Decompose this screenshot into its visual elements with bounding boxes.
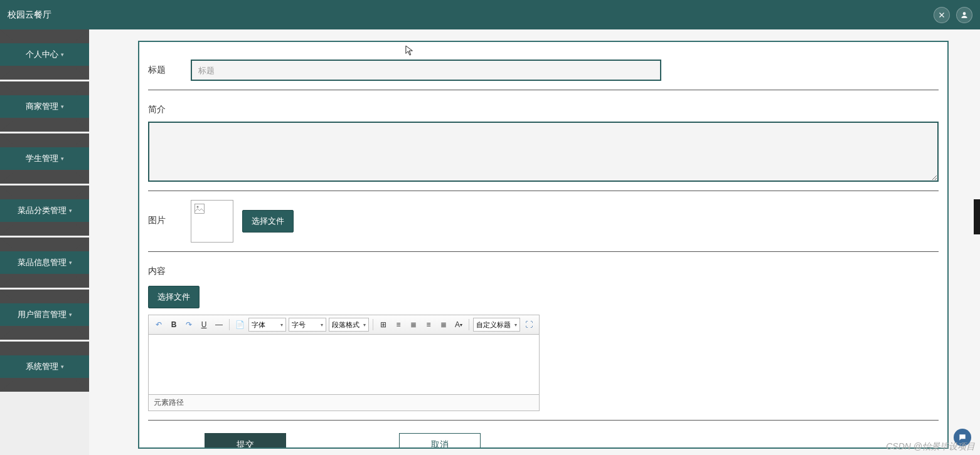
sidebar-item-dish-info[interactable]: 菜品信息管理▾ [0, 238, 89, 288]
rich-editor: ↶ B ↷ U — 📄 字体▾ 字号▾ 段落格式▾ ⊞ ≡ ≣ ≡ ≣ A▾ 自… [148, 315, 540, 411]
watermark-text: CSDN @怡景毕设项目 [886, 441, 975, 452]
row-image: 图片 选择文件 [148, 191, 939, 252]
sidebar-item-student[interactable]: 学生管理▾ [0, 133, 89, 184]
chevron-down-icon: ▾ [61, 103, 64, 110]
chevron-down-icon: ▾ [69, 207, 72, 214]
row-title: 标题 [148, 51, 939, 90]
image-preview [191, 200, 233, 243]
strikethrough-icon[interactable]: — [213, 318, 225, 331]
paragraph-select[interactable]: 段落格式▾ [329, 318, 369, 332]
header-actions [934, 7, 972, 23]
separator [373, 319, 373, 330]
sidebar-item-label: 菜品分类管理 [18, 205, 67, 216]
close-icon[interactable] [934, 7, 950, 23]
bold-icon[interactable]: B [168, 318, 180, 331]
sidebar-item-personal[interactable]: 个人中心▾ [0, 29, 89, 80]
sidebar-item-system[interactable]: 系统管理▾ [0, 342, 89, 392]
editor-content[interactable] [148, 335, 540, 395]
svg-point-2 [197, 206, 199, 208]
chevron-down-icon: ▾ [61, 363, 64, 370]
row-content: 内容 选择文件 ↶ B ↷ U — 📄 字体▾ 字号▾ 段落格式▾ ⊞ ≡ ≣ … [148, 252, 939, 421]
app-header: 校园云餐厅 [0, 0, 980, 29]
sidebar-item-label: 商家管理 [26, 101, 58, 112]
paste-icon[interactable]: 📄 [233, 318, 246, 331]
align-justify-icon[interactable]: ≣ [437, 318, 450, 331]
broken-image-icon [194, 203, 205, 214]
sidebar-item-message[interactable]: 用户留言管理▾ [0, 290, 89, 340]
undo-icon[interactable]: ↶ [152, 318, 165, 331]
redo-icon[interactable]: ↷ [183, 318, 195, 331]
sidebar-item-merchant[interactable]: 商家管理▾ [0, 81, 89, 132]
font-family-select[interactable]: 字体▾ [248, 318, 286, 332]
editor-toolbar: ↶ B ↷ U — 📄 字体▾ 字号▾ 段落格式▾ ⊞ ≡ ≣ ≡ ≣ A▾ 自… [148, 315, 540, 335]
submit-button[interactable]: 提交 [205, 433, 286, 449]
label-content: 内容 [148, 261, 191, 286]
title-input[interactable] [191, 60, 661, 81]
sidebar-item-label: 个人中心 [26, 49, 58, 60]
form-panel: 标题 简介 图片 选择文件 内容 选择文件 ↶ B ↷ U — [138, 41, 949, 449]
font-color-icon[interactable]: A▾ [452, 318, 465, 331]
separator [469, 319, 469, 330]
chevron-down-icon: ▾ [61, 51, 64, 58]
app-title: 校园云餐厅 [8, 9, 51, 21]
sidebar: 个人中心▾ 商家管理▾ 学生管理▾ 菜品分类管理▾ 菜品信息管理▾ 用户留言管理… [0, 29, 89, 455]
sidebar-item-dish-category[interactable]: 菜品分类管理▾ [0, 186, 89, 236]
label-image: 图片 [148, 200, 191, 226]
intro-textarea[interactable] [148, 122, 939, 182]
label-title: 标题 [148, 60, 191, 76]
sidebar-item-label: 用户留言管理 [18, 309, 67, 320]
custom-title-select[interactable]: 自定义标题▾ [473, 318, 520, 332]
chevron-down-icon: ▾ [69, 259, 72, 266]
separator [229, 319, 230, 330]
right-handle[interactable] [974, 199, 980, 234]
align-center-icon[interactable]: ≣ [407, 318, 420, 331]
row-intro: 简介 [148, 90, 939, 191]
sidebar-item-label: 菜品信息管理 [18, 257, 67, 268]
cancel-button[interactable]: 取消 [399, 433, 481, 449]
underline-icon[interactable]: U [198, 318, 210, 331]
chevron-down-icon: ▾ [69, 311, 72, 318]
form-actions: 提交 取消 [148, 421, 939, 449]
editor-element-path: 元素路径 [148, 395, 540, 411]
sidebar-item-label: 学生管理 [26, 153, 58, 164]
font-size-select[interactable]: 字号▾ [289, 318, 326, 332]
svg-point-0 [963, 12, 966, 15]
user-icon[interactable] [956, 7, 972, 23]
align-right-icon[interactable]: ≡ [422, 318, 435, 331]
chevron-down-icon: ▾ [61, 155, 64, 162]
svg-rect-1 [195, 204, 205, 214]
select-content-file-button[interactable]: 选择文件 [148, 286, 200, 308]
sidebar-item-label: 系统管理 [26, 361, 58, 372]
fullscreen-icon[interactable]: ⛶ [523, 318, 535, 331]
align-left-icon[interactable]: ≡ [392, 318, 405, 331]
select-image-button[interactable]: 选择文件 [242, 210, 294, 233]
label-intro: 简介 [148, 99, 191, 122]
table-icon[interactable]: ⊞ [377, 318, 390, 331]
